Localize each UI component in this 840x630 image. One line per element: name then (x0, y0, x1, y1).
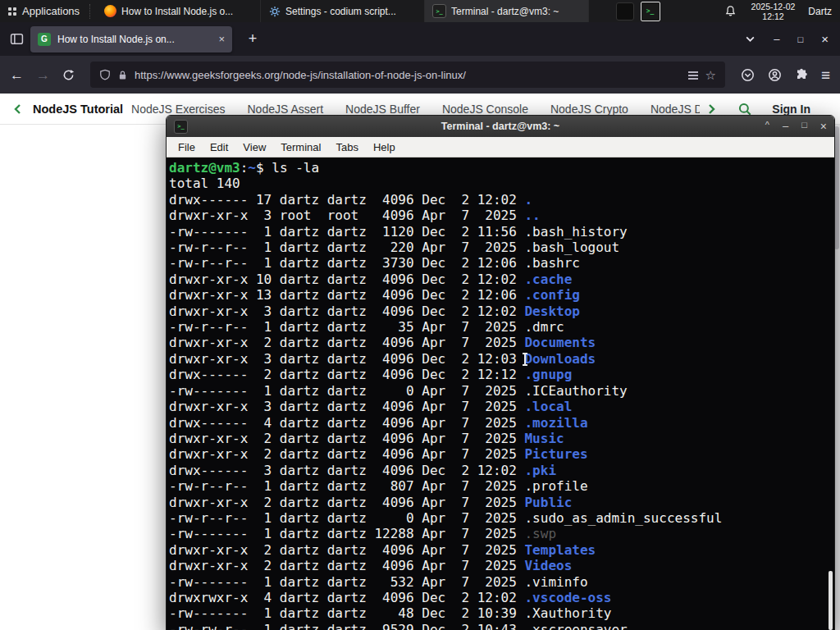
minimize-button[interactable]: – (774, 33, 779, 45)
file-meta: -rw-r--r-- 1 dartz dartz 807 Apr 7 2025 (169, 478, 524, 494)
shade-button[interactable]: ^ (765, 121, 769, 132)
taskbar-item-title: Terminal - dartz@vm3: ~ (451, 6, 581, 17)
terminal-menu-help[interactable]: Help (366, 141, 403, 153)
file-meta: -rw-r--r-- 1 dartz dartz 35 Apr 7 2025 (169, 319, 524, 335)
tray-terminal-icon[interactable]: >_ (641, 2, 660, 21)
terminal-menu-edit[interactable]: Edit (203, 141, 235, 153)
file-name: .gnupg (524, 367, 572, 382)
applications-label: Applications (22, 5, 80, 17)
nav-item[interactable]: NodeJS Assert (248, 103, 324, 116)
new-tab-button[interactable]: + (242, 30, 263, 48)
tray-window-icon[interactable] (616, 2, 634, 21)
file-meta: drwxr-xr-x 13 dartz dartz 4096 Dec 2 12:… (169, 287, 524, 303)
terminal-line: drwxr-xr-x 2 dartz dartz 4096 Apr 7 2025… (169, 542, 834, 558)
terminal-close-button[interactable]: × (820, 121, 827, 132)
tracking-shield-icon[interactable] (99, 69, 111, 80)
reader-view-icon[interactable] (688, 70, 698, 80)
forward-button[interactable]: → (36, 68, 50, 82)
window-controls: – □ × (745, 32, 833, 46)
terminal-scrollbar-thumb[interactable] (829, 571, 833, 630)
terminal-line: drwxr-xr-x 3 dartz dartz 4096 Dec 2 12:0… (169, 304, 834, 319)
terminal-menu-tabs[interactable]: Tabs (328, 141, 365, 153)
terminal-line: -rw-r--r-- 1 dartz dartz 220 Apr 7 2025 … (169, 240, 834, 255)
file-name: .cache (524, 272, 572, 287)
file-name: .dmrc (524, 319, 564, 335)
list-tabs-chevron-icon[interactable] (745, 34, 756, 44)
file-name: .xscreensaver (524, 622, 627, 630)
navigation-toolbar: ← → https://www.g (0, 56, 840, 94)
bookmark-star-icon[interactable]: ☆ (705, 69, 715, 81)
terminal-line: drwx------ 4 dartz dartz 4096 Apr 7 2025… (169, 415, 834, 431)
terminal-line: -rw-r--r-- 1 dartz dartz 35 Apr 7 2025 .… (169, 319, 834, 335)
nav-item[interactable]: NodeJS Console (442, 103, 528, 116)
terminal-output[interactable]: dartz@vm3:~$ ls -latotal 140drwx------ 1… (167, 158, 834, 630)
taskbar-item[interactable]: How to Install Node.js o... (97, 0, 261, 22)
terminal-line: -rw------- 1 dartz dartz 12288 Apr 7 202… (169, 526, 834, 541)
file-name: .. (524, 208, 540, 223)
top-panel: Applications How to Install Node.js o...… (0, 0, 840, 22)
nav-item[interactable]: NodeJS Exercises (131, 103, 225, 116)
taskbar-item[interactable]: >_Terminal - dartz@vm3: ~ (425, 0, 589, 22)
scroll-left-chevron-icon[interactable] (11, 103, 25, 116)
file-name: .sudo_as_admin_successful (524, 510, 722, 526)
terminal-menu-view[interactable]: View (235, 141, 273, 153)
nav-item[interactable]: NodeJS DNS (651, 103, 700, 116)
terminal-command: ls -la (272, 160, 319, 176)
terminal-minimize-button[interactable]: – (783, 121, 788, 132)
applications-menu[interactable]: Applications (0, 0, 88, 22)
prompt-user-host: dartz@vm3 (169, 160, 240, 176)
url-bar[interactable]: https://www.geeksforgeeks.org/node-js/in… (90, 62, 725, 88)
file-meta: drwxr-xr-x 2 dartz dartz 4096 Apr 7 2025 (169, 542, 524, 558)
extensions-icon[interactable] (795, 68, 808, 81)
applications-icon (8, 7, 16, 16)
nav-item[interactable]: NodeJS Crypto (550, 103, 628, 116)
file-meta: -rw-r--r-- 1 dartz dartz 220 Apr 7 2025 (169, 240, 524, 255)
firefox-view-icon[interactable] (10, 32, 24, 46)
terminal-line: drwxr-xr-x 2 dartz dartz 4096 Apr 7 2025… (169, 495, 834, 510)
terminal-menu-terminal[interactable]: Terminal (273, 141, 328, 153)
nav-item[interactable]: NodeJS Buffer (345, 103, 420, 116)
file-meta: drwx------ 4 dartz dartz 4096 Apr 7 2025 (169, 415, 524, 431)
maximize-button[interactable]: □ (798, 34, 804, 44)
terminal-line: drwx------ 3 dartz dartz 4096 Dec 2 12:0… (169, 463, 834, 478)
file-meta: -rw-r--r-- 1 dartz dartz 3730 Dec 2 12:0… (169, 255, 524, 271)
file-meta: drwx------ 17 dartz dartz 4096 Dec 2 12:… (169, 192, 524, 208)
terminal-window: >_ Terminal - dartz@vm3: ~ ^ – □ × FileE… (166, 115, 835, 630)
reload-button[interactable] (62, 69, 75, 81)
taskbar-item-title: Settings - codium script... (285, 6, 417, 17)
file-name: .pki (524, 463, 556, 478)
terminal-line: -rw-r--r-- 1 dartz dartz 0 Apr 7 2025 .s… (169, 510, 834, 526)
file-meta: drwxr-xr-x 2 dartz dartz 4096 Apr 7 2025 (169, 431, 524, 446)
clock-time: 12:12 (751, 11, 796, 21)
search-icon[interactable] (737, 102, 752, 116)
close-button[interactable]: × (821, 32, 829, 46)
account-icon[interactable] (768, 68, 782, 82)
notification-bell-icon[interactable] (724, 5, 737, 17)
file-name: Public (524, 495, 572, 510)
clock[interactable]: 2025-12-02 12:12 (745, 2, 802, 21)
nav-item-active[interactable]: NodeJS Tutorial (33, 103, 123, 116)
file-meta: drwxr-xr-x 10 dartz dartz 4096 Dec 2 12:… (169, 272, 524, 287)
url-text: https://www.geeksforgeeks.org/node-js/in… (135, 69, 682, 81)
tab-close-icon[interactable]: × (217, 33, 225, 45)
taskbar-item[interactable]: Settings - codium script... (261, 0, 425, 22)
scroll-right-chevron-icon[interactable] (705, 103, 718, 116)
file-meta: -rw------- 1 dartz dartz 0 Apr 7 2025 (169, 383, 524, 399)
file-meta: -rw------- 1 dartz dartz 12288 Apr 7 202… (169, 526, 524, 541)
sign-in-button[interactable]: Sign In (772, 103, 810, 116)
terminal-line: drwxr-xr-x 13 dartz dartz 4096 Dec 2 12:… (169, 287, 834, 303)
user-menu[interactable]: Dartz (801, 6, 840, 17)
back-button[interactable]: ← (10, 68, 24, 82)
browser-tab[interactable]: G How to Install Node.js on... × (30, 26, 232, 52)
terminal-menu-file[interactable]: File (171, 141, 203, 153)
menu-icon[interactable]: ≡ (821, 67, 830, 83)
terminal-icon: >_ (432, 4, 446, 18)
lock-icon[interactable] (117, 70, 128, 80)
file-name: .viminfo (524, 574, 587, 590)
terminal-maximize-button[interactable]: □ (801, 121, 807, 132)
file-meta: drwx------ 3 dartz dartz 4096 Dec 2 12:0… (169, 463, 524, 478)
terminal-titlebar[interactable]: >_ Terminal - dartz@vm3: ~ ^ – □ × (167, 116, 834, 137)
file-meta: drwxrwxr-x 4 dartz dartz 4096 Dec 2 12:0… (169, 590, 524, 605)
file-name: .bashrc (524, 255, 579, 271)
pocket-icon[interactable] (741, 68, 755, 82)
